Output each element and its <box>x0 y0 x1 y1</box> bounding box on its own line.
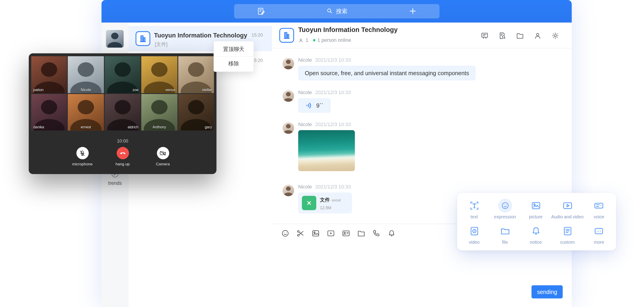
call-controls: microphone hang up Camer <box>29 147 216 166</box>
video-call-window: patton Nicole zoe venus stellar danika e… <box>29 53 216 174</box>
group-avatar <box>279 28 294 43</box>
participant-name: venus <box>165 88 175 92</box>
add-button[interactable] <box>409 7 417 17</box>
feature-voice[interactable]: voice <box>584 196 614 222</box>
participant-tile: danika <box>31 94 67 131</box>
camera-off-icon <box>160 150 166 157</box>
note-button[interactable] <box>257 7 266 17</box>
avatar <box>283 58 294 69</box>
member-icon <box>534 31 542 40</box>
call-button[interactable] <box>372 229 381 238</box>
feature-audio-video[interactable]: Audio and video <box>551 196 584 222</box>
image-button[interactable] <box>311 229 320 238</box>
voice-duration: 9`` <box>316 102 323 109</box>
sender-name: Nicole <box>298 89 312 95</box>
emoji-button[interactable] <box>281 229 290 238</box>
members-button[interactable] <box>534 31 542 40</box>
voice-bubble[interactable]: 9`` <box>298 98 331 113</box>
screenshot-button[interactable] <box>296 229 305 238</box>
feature-text[interactable]: text <box>459 196 490 222</box>
hang-up-label: hang up <box>116 162 130 166</box>
group-files-button[interactable] <box>516 31 524 40</box>
camera-button[interactable]: Camera <box>150 147 176 166</box>
avatar <box>283 122 294 134</box>
message-time: 2021/12/3 10:33 <box>315 121 351 127</box>
card-icon <box>342 229 350 238</box>
participant-tile: gary <box>178 94 214 131</box>
message-meta: Nicole 2021/12/3 10:33 <box>298 89 564 95</box>
message-time: 2021/12/3 10:33 <box>315 184 351 190</box>
search-icon <box>326 7 333 15</box>
name-card-button[interactable] <box>342 229 350 238</box>
send-button[interactable]: sending <box>532 285 562 299</box>
feature-panel: text expression picture <box>457 193 616 251</box>
participant-tile: ernest <box>68 94 104 131</box>
message-meta: Nicole 2021/12/3 10:33 <box>298 184 564 190</box>
avatar <box>283 90 294 102</box>
conversation-last-message: [文件] <box>155 41 168 48</box>
hang-up-button[interactable]: hang up <box>110 147 136 166</box>
menu-item-remove[interactable]: 移除 <box>214 57 254 71</box>
chat-history-button[interactable] <box>498 31 506 40</box>
image-attachment[interactable] <box>298 130 355 171</box>
conversation-time: 15:20 <box>252 32 263 37</box>
current-user-avatar[interactable] <box>106 30 124 47</box>
search-input[interactable]: 搜索 <box>326 7 348 15</box>
hang-up-icon <box>119 149 126 157</box>
building-icon <box>282 31 291 40</box>
participant-tile: Anthony <box>141 94 177 131</box>
participant-grid: patton Nicole zoe venus stellar danika e… <box>31 56 214 130</box>
microphone-button[interactable]: microphone <box>69 147 96 166</box>
notice-bell-icon <box>530 226 541 236</box>
file-button[interactable] <box>357 229 366 238</box>
announcement-icon <box>480 31 489 40</box>
participant-tile: stellar <box>178 56 214 93</box>
members-count-icon <box>298 37 304 43</box>
video-button[interactable] <box>326 229 335 238</box>
trends-label: trends <box>108 180 122 186</box>
participant-tile: aldrich <box>105 94 141 131</box>
message-time: 2021/12/3 10:33 <box>315 89 351 95</box>
notification-button[interactable] <box>388 229 396 238</box>
voice-play-icon <box>306 102 313 109</box>
participant-tile: patton <box>31 56 67 93</box>
feature-picture[interactable]: picture <box>520 196 552 222</box>
call-timer: 10:00 <box>29 138 216 143</box>
top-search-pill: 搜索 <box>234 4 440 18</box>
file-size: 12.8M <box>320 206 341 210</box>
excel-file-icon <box>302 196 316 210</box>
message-time: 2021/12/3 10:33 <box>315 57 351 63</box>
online-dot <box>313 39 315 41</box>
feature-notice[interactable]: notice <box>520 222 552 247</box>
emoji-icon <box>281 229 290 238</box>
file-ext: .excel <box>331 198 341 202</box>
menu-item-pin-chat[interactable]: 置顶聊天 <box>214 42 254 57</box>
file-attachment[interactable]: 文件.excel 12.8M <box>298 193 352 214</box>
participant-name: Anthony <box>152 125 166 129</box>
building-icon <box>138 34 148 43</box>
chat-area: Tuoyun Information Technology 1 1 person… <box>272 23 572 307</box>
microphone-label: microphone <box>72 162 92 166</box>
more-icon <box>594 226 604 236</box>
feature-file[interactable]: file <box>490 222 520 247</box>
participant-name: danika <box>33 125 44 129</box>
voice-icon <box>594 200 604 211</box>
note-icon <box>257 7 266 17</box>
announcement-button[interactable] <box>480 31 489 40</box>
folder-icon <box>516 31 524 40</box>
image-icon <box>311 229 320 238</box>
settings-button[interactable] <box>551 31 560 40</box>
top-bar: 搜索 <box>102 0 572 23</box>
chat-history-search-icon <box>498 31 506 40</box>
audio-video-icon <box>562 200 573 211</box>
feature-video[interactable]: video <box>459 222 490 247</box>
feature-more[interactable]: more <box>584 222 614 247</box>
message-voice: Nicole 2021/12/3 10:33 9`` <box>283 89 564 113</box>
chat-header: Tuoyun Information Technology 1 1 person… <box>272 23 572 48</box>
group-avatar <box>136 31 150 46</box>
expression-icon <box>498 199 512 213</box>
picture-icon <box>530 200 541 211</box>
feature-custom[interactable]: custom <box>551 222 584 247</box>
sender-name: Nicole <box>298 57 312 63</box>
feature-expression[interactable]: expression <box>490 196 520 222</box>
